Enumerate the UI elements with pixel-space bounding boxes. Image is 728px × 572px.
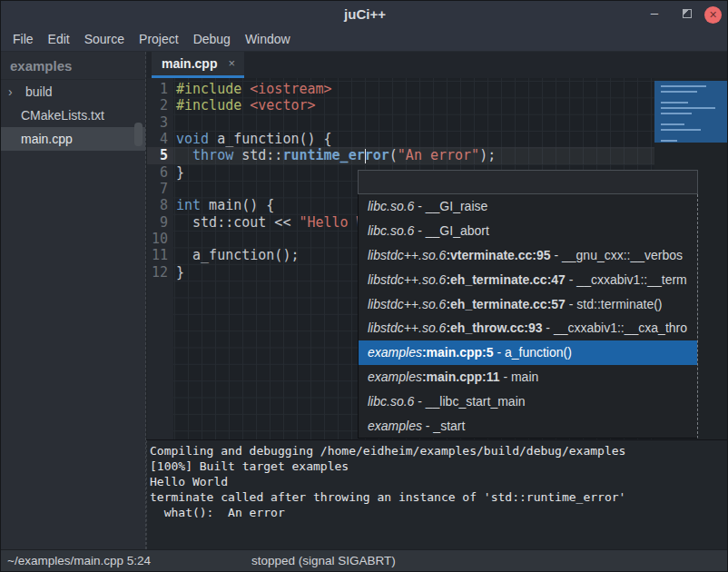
line-number: 8 <box>147 197 173 213</box>
terminal-line: Compiling and debugging /home/eidheim/ex… <box>150 443 728 459</box>
backtrace-row[interactable]: libstdc++.so.6:vterminate.cc:95 - __gnu_… <box>359 243 697 268</box>
terminal-line: what(): An error <box>150 505 728 520</box>
backtrace-module: examples <box>368 419 422 433</box>
minimap-code-line <box>661 85 706 87</box>
chevron-right-icon: › <box>8 80 13 104</box>
tab-main-cpp[interactable]: main.cpp × <box>152 52 244 78</box>
file-label: main.cpp <box>21 132 73 146</box>
line-number: 4 <box>147 131 173 147</box>
backtrace-function: - __libc_start_main <box>414 394 525 409</box>
backtrace-function: - __cxxabiv1::__term <box>566 272 687 287</box>
backtrace-module: examples <box>368 370 422 384</box>
line-number: 10 <box>147 231 173 247</box>
backtrace-function: - __gnu_cxx::__verbos <box>551 248 684 262</box>
code-overview-minimap[interactable] <box>654 81 727 143</box>
menu-item-project[interactable]: Project <box>132 28 186 52</box>
close-icon: ✕ <box>709 9 717 20</box>
menu-item-source[interactable]: Source <box>77 28 132 52</box>
minimap-code-line <box>661 140 677 142</box>
minimap-code-line <box>661 113 692 114</box>
terminal-output[interactable]: Compiling and debugging /home/eidheim/ex… <box>146 440 728 549</box>
line-number: 2 <box>147 97 173 113</box>
menu-item-edit[interactable]: Edit <box>41 28 77 52</box>
code-line-4: void a_function() { <box>176 131 654 147</box>
status-debug-state: stopped (signal SIGABRT) <box>251 554 396 567</box>
backtrace-row[interactable]: libstdc++.so.6:eh_terminate.cc:57 - std:… <box>359 292 697 317</box>
backtrace-module: libstdc++.so.6 <box>368 321 446 335</box>
line-number: 5 <box>147 147 173 163</box>
file-tree: ›buildCMakeLists.txtmain.cpp <box>1 80 145 151</box>
backtrace-row[interactable]: examples - _start <box>359 414 697 439</box>
minimap-code-line <box>661 123 684 125</box>
backtrace-module: examples <box>368 345 422 360</box>
backtrace-function: - std::terminate() <box>566 297 663 311</box>
backtrace-row[interactable]: examples:main.cpp:11 - main <box>359 365 697 390</box>
backtrace-function: - a_function() <box>494 345 572 360</box>
sidebar-item-build[interactable]: ›build <box>1 80 145 104</box>
minimap-code-line <box>661 129 701 131</box>
backtrace-row[interactable]: libc.so.6 - __GI_raise <box>359 194 697 219</box>
terminal-line: terminate called after throwing an insta… <box>150 489 728 505</box>
backtrace-module: libc.so.6 <box>368 223 414 238</box>
backtrace-function: - __GI_raise <box>414 199 487 213</box>
sidebar-scrollbar-thumb[interactable] <box>134 123 143 146</box>
backtrace-module: libstdc++.so.6 <box>368 248 446 262</box>
minimap-code-line <box>661 91 697 93</box>
tab-close-icon[interactable]: × <box>228 52 235 75</box>
close-button[interactable]: ✕ <box>704 6 722 24</box>
backtrace-location: :eh_terminate.cc:57 <box>446 297 566 311</box>
backtrace-row[interactable]: libstdc++.so.6:eh_terminate.cc:47 - __cx… <box>359 268 697 292</box>
backtrace-function: - __cxxabiv1::__cxa_thro <box>542 321 687 335</box>
backtrace-row[interactable]: libc.so.6 - __libc_start_main <box>359 390 697 414</box>
terminal-line: Hello World <box>150 474 728 489</box>
backtrace-module: libstdc++.so.6 <box>368 297 446 311</box>
backtrace-row[interactable]: examples:main.cpp:5 - a_function() <box>359 340 697 365</box>
menu-item-window[interactable]: Window <box>238 28 298 52</box>
titlebar[interactable]: juCi++ – ✕ <box>1 1 728 28</box>
juci-window: juCi++ – ✕ FileEditSourceProjectDebugWin… <box>0 0 728 572</box>
project-name: examples <box>1 52 145 80</box>
backtrace-list: libc.so.6 - __GI_raiselibc.so.6 - __GI_a… <box>358 194 698 439</box>
minimize-button[interactable]: – <box>645 6 664 23</box>
backtrace-function: - _start <box>422 419 465 433</box>
menu-item-debug[interactable]: Debug <box>186 28 238 52</box>
menu-item-file[interactable]: File <box>5 28 41 52</box>
backtrace-module: libc.so.6 <box>368 199 414 213</box>
sidebar-item-cmakelists-txt[interactable]: CMakeLists.txt <box>1 104 145 127</box>
backtrace-location: :eh_terminate.cc:47 <box>446 272 566 287</box>
backtrace-row[interactable]: libc.so.6 - __GI_abort <box>359 219 697 243</box>
maximize-button[interactable] <box>683 9 693 19</box>
file-tree-panel: examples ›buildCMakeLists.txtmain.cpp <box>1 52 146 549</box>
line-number: 11 <box>147 247 173 263</box>
sidebar-item-main-cpp[interactable]: main.cpp <box>1 127 145 151</box>
file-label: build <box>25 84 53 99</box>
backtrace-function: - __GI_abort <box>414 223 489 238</box>
backtrace-module: libstdc++.so.6 <box>368 272 446 287</box>
backtrace-location: :eh_throw.cc:93 <box>446 321 542 335</box>
code-line-2: #include <vector> <box>176 97 654 113</box>
minimap-code-line <box>661 107 715 109</box>
code-line-1: #include <iostream> <box>176 81 654 97</box>
status-file-position: ~/examples/main.cpp 5:24 <box>7 554 151 567</box>
backtrace-location: :vterminate.cc:95 <box>446 248 550 262</box>
code-line-5: throw std::runtime_error("An error"); <box>176 147 654 163</box>
line-number: 6 <box>147 164 173 181</box>
backtrace-row[interactable]: libstdc++.so.6:eh_throw.cc:93 - __cxxabi… <box>359 316 697 340</box>
line-number-gutter: 123456789101112 <box>147 78 173 439</box>
line-number: 9 <box>147 214 173 231</box>
tabbar: main.cpp × <box>146 52 728 78</box>
line-number: 12 <box>147 264 173 281</box>
backtrace-function: - main <box>500 370 539 384</box>
statusbar: ~/examples/main.cpp 5:24 stopped (signal… <box>1 549 728 572</box>
maximize-icon <box>683 9 692 18</box>
window-title: juCi++ <box>1 6 728 22</box>
backtrace-location: :main.cpp:11 <box>422 370 500 384</box>
backtrace-location: :main.cpp:5 <box>422 345 494 360</box>
minimap-code-line <box>661 102 688 104</box>
terminal-line: [100%] Built target examples <box>150 459 728 474</box>
backtrace-module: libc.so.6 <box>368 394 414 409</box>
backtrace-popup: libc.so.6 - __GI_raiselibc.so.6 - __GI_a… <box>358 170 698 439</box>
code-line-3 <box>176 114 654 131</box>
minimize-icon: – <box>651 5 658 20</box>
line-number: 1 <box>147 81 173 97</box>
